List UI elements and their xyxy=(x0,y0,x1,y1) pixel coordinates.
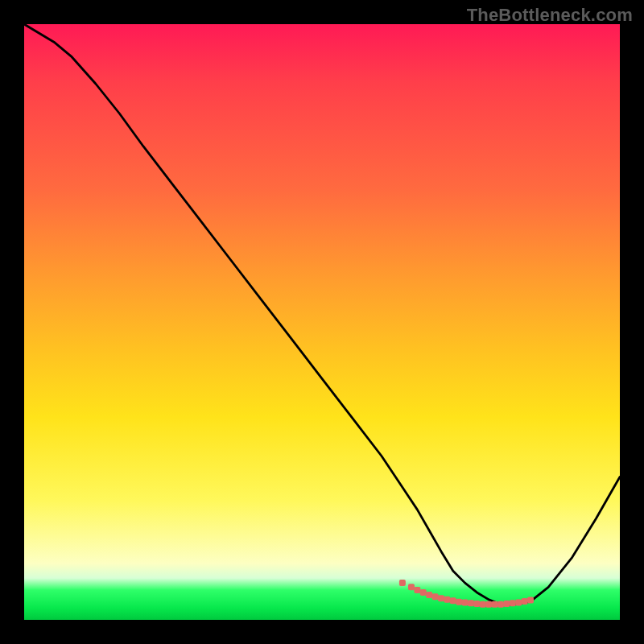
chart-container: TheBottleneck.com xyxy=(0,0,644,644)
score-gradient-background xyxy=(24,24,620,620)
plot-area xyxy=(24,24,620,620)
watermark-text: TheBottleneck.com xyxy=(467,5,633,26)
